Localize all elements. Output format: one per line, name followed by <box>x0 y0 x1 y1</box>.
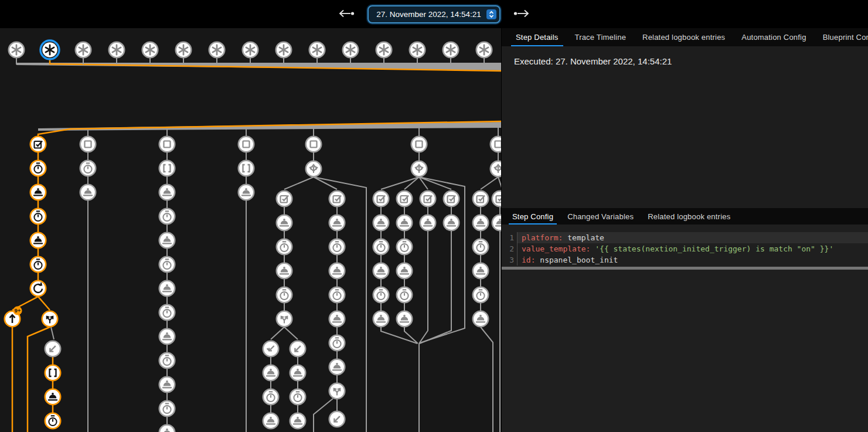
node-timer[interactable] <box>290 389 305 404</box>
node-square[interactable] <box>80 137 96 152</box>
node-fork[interactable] <box>277 311 292 326</box>
node-asterisk[interactable] <box>209 42 224 57</box>
node-square[interactable] <box>239 137 254 152</box>
tab-step-details[interactable]: Step Details <box>508 28 567 46</box>
node-asterisk[interactable] <box>243 42 258 57</box>
previous-trace-button[interactable] <box>335 7 358 22</box>
node-timer[interactable] <box>473 287 488 302</box>
node-bell[interactable] <box>473 263 488 278</box>
tab-changed-variables[interactable]: Changed Variables <box>560 208 641 224</box>
node-asterisk[interactable] <box>309 42 325 57</box>
node-checkbox[interactable] <box>473 191 488 206</box>
node-choose[interactable] <box>491 161 501 176</box>
node-timer[interactable] <box>30 161 46 176</box>
node-checkbox[interactable] <box>420 191 435 206</box>
node-timer[interactable] <box>159 257 175 272</box>
node-timer[interactable] <box>277 239 292 254</box>
tab-automation-config[interactable]: Automation Config <box>733 28 814 46</box>
node-timer[interactable] <box>80 161 96 176</box>
tab-trace-timeline[interactable]: Trace Timeline <box>567 28 635 46</box>
node-asterisk[interactable] <box>343 42 358 57</box>
node-timer[interactable] <box>397 287 412 302</box>
node-asterisk[interactable] <box>443 42 458 57</box>
node-bell[interactable] <box>159 233 175 248</box>
node-bell[interactable] <box>473 311 488 326</box>
node-bell[interactable] <box>290 413 305 428</box>
node-brackets[interactable] <box>45 365 60 380</box>
node-bell[interactable] <box>45 389 60 404</box>
node-asterisk[interactable] <box>76 42 91 57</box>
node-bell[interactable] <box>329 311 345 326</box>
step-config-editor[interactable]: 1platform: template2value_template: '{{ … <box>502 224 868 432</box>
node-bell[interactable] <box>30 233 46 248</box>
node-timer[interactable] <box>159 401 175 416</box>
node-asterisk[interactable] <box>410 42 425 57</box>
node-bell[interactable] <box>473 215 488 230</box>
tab-related-logbook-entries[interactable]: Related logbook entries <box>634 28 733 46</box>
node-asterisk[interactable] <box>376 42 392 57</box>
node-arrowDL[interactable] <box>45 341 60 356</box>
node-brackets[interactable] <box>239 161 254 176</box>
node-bell[interactable] <box>159 377 175 392</box>
node-checkbox[interactable] <box>444 191 459 206</box>
node-bell[interactable] <box>277 215 292 230</box>
node-timer[interactable] <box>329 287 345 302</box>
node-bell[interactable] <box>263 365 278 380</box>
node-checkbox[interactable] <box>397 191 412 206</box>
node-timer[interactable] <box>329 239 345 254</box>
node-asterisk[interactable] <box>40 40 59 59</box>
datetime-select[interactable]: 27. November 2022, 14:54:21 <box>367 5 501 23</box>
next-trace-button[interactable] <box>510 7 533 22</box>
node-asterisk[interactable] <box>476 42 492 57</box>
node-bell[interactable] <box>397 215 412 230</box>
node-bell[interactable] <box>80 185 96 200</box>
node-checkbox[interactable] <box>30 137 46 152</box>
node-bell[interactable] <box>420 215 435 230</box>
node-bell[interactable] <box>329 263 345 278</box>
tab-blueprint-config[interactable]: Blueprint Config <box>815 28 868 46</box>
node-bell[interactable] <box>159 329 175 344</box>
tab-step-config[interactable]: Step Config <box>505 208 560 224</box>
editor-hscrollbar-thumb[interactable] <box>502 267 868 270</box>
node-checkbox[interactable] <box>492 191 501 206</box>
node-asterisk[interactable] <box>176 42 191 57</box>
node-asterisk[interactable] <box>142 42 158 57</box>
node-arrowDL[interactable] <box>329 411 345 427</box>
node-timer[interactable] <box>473 239 488 254</box>
node-bell[interactable] <box>373 311 389 326</box>
node-bell[interactable] <box>277 263 292 278</box>
node-square[interactable] <box>491 137 501 152</box>
node-timer[interactable] <box>45 413 60 428</box>
node-arrowDLC[interactable] <box>263 341 278 356</box>
node-choose[interactable] <box>411 161 427 176</box>
node-timer[interactable] <box>397 239 412 254</box>
node-bell[interactable] <box>159 281 175 296</box>
node-repeat[interactable] <box>30 281 46 296</box>
node-bell[interactable] <box>492 215 501 230</box>
node-brackets[interactable] <box>159 161 175 176</box>
node-square[interactable] <box>411 137 427 152</box>
node-checkbox[interactable] <box>277 191 292 206</box>
node-checkbox[interactable] <box>329 191 345 206</box>
node-timer[interactable] <box>30 209 46 224</box>
node-arrowDL[interactable] <box>290 341 305 356</box>
node-bell[interactable] <box>290 365 305 380</box>
node-asterisk[interactable] <box>109 42 124 57</box>
node-asterisk[interactable] <box>276 42 291 57</box>
node-choose[interactable] <box>306 161 321 176</box>
node-asterisk[interactable] <box>9 42 24 57</box>
node-bell[interactable] <box>397 311 412 326</box>
node-timer[interactable] <box>263 389 278 404</box>
node-checkbox[interactable] <box>373 191 389 206</box>
node-fork[interactable] <box>329 383 345 399</box>
node-bell[interactable] <box>444 215 459 230</box>
node-timer[interactable] <box>30 257 46 272</box>
node-timer[interactable] <box>159 353 175 368</box>
node-bell[interactable] <box>373 263 389 278</box>
node-timer[interactable] <box>373 287 389 302</box>
node-bell[interactable] <box>329 215 345 230</box>
editor-hscrollbar[interactable] <box>502 267 868 270</box>
node-timer[interactable] <box>329 335 345 351</box>
node-square[interactable] <box>306 137 321 152</box>
node-bell[interactable] <box>239 185 254 200</box>
